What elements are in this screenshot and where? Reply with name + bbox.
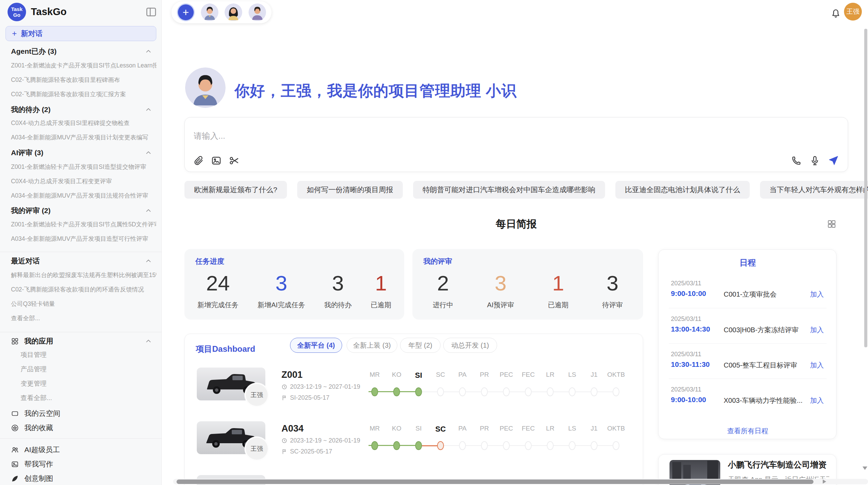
recent-chat-item[interactable]: 解释最新出台的欧盟报废车法规再生塑料比例被调至15%... xyxy=(11,271,156,279)
chat-input-box xyxy=(184,117,848,172)
milestone-dot-done xyxy=(415,387,422,396)
milestone-label: FEC xyxy=(517,371,539,380)
milestone-label: MR xyxy=(364,371,386,380)
stat-new-done: 24新增完成任务 xyxy=(197,271,239,310)
milestone-label: SI xyxy=(408,425,430,434)
apps-view-all[interactable]: 查看全部... xyxy=(21,394,156,402)
join-meeting-link[interactable]: 加入 xyxy=(810,290,824,299)
recent-chat-item[interactable]: C02-飞腾新能源轻客改款项目的闭环通告反馈情况 xyxy=(11,285,156,294)
filter-chip[interactable]: 动总开发 (1) xyxy=(443,338,497,353)
milestone-label: LR xyxy=(539,425,561,434)
sidebar-item-write-helper[interactable]: 帮我写作 xyxy=(11,459,156,469)
quill-pen-icon xyxy=(11,475,19,483)
chat-input[interactable] xyxy=(194,131,674,141)
milestone-dot xyxy=(459,387,466,396)
sidebar-task-item[interactable]: C0X4-动力总成开发项目SI里程碑提交物检查 xyxy=(11,119,156,127)
filter-chip[interactable]: 年型 (2) xyxy=(400,338,441,353)
user-avatar[interactable]: 王强 xyxy=(844,3,862,21)
sidebar-task-item[interactable]: Z001-全新燃油轻卡产品开发项目SI造型提交物评审 xyxy=(11,162,156,171)
sidebar-task-item[interactable]: C0X4-动力总成开发项目工程变更评审 xyxy=(11,177,156,186)
suggestion-chip[interactable]: 欧洲新规最近颁布了什么? xyxy=(184,181,287,199)
agent-avatar[interactable] xyxy=(201,3,218,21)
sidebar-task-item[interactable]: A034-全新新能源MUV产品开发项目计划变更表编写 xyxy=(11,133,156,142)
sidebar-item-creative-drawing[interactable]: 创意制图 xyxy=(11,473,156,484)
vertical-scrollbar[interactable] xyxy=(863,0,868,485)
write-icon xyxy=(11,460,19,468)
app-item-product-mgmt[interactable]: 产品管理 xyxy=(21,365,156,374)
card-title: 任务进度 xyxy=(195,257,224,266)
join-meeting-link[interactable]: 加入 xyxy=(810,396,824,405)
suggestion-chip[interactable]: 如何写一份清晰的项目周报 xyxy=(297,181,403,199)
join-meeting-link[interactable]: 加入 xyxy=(810,325,824,335)
project-row[interactable]: 王强 A034 2023-12-19 ~ 2026-01-19 SC-2025-… xyxy=(185,416,643,469)
chevron-up-icon[interactable] xyxy=(145,257,152,265)
suggestion-chip[interactable]: 比亚迪全固态电池计划具体说了什么 xyxy=(615,181,750,199)
project-row[interactable]: 王强 Z001 2023-12-19 ~ 2027-01-19 SI-2025-… xyxy=(185,363,643,415)
sidebar-task-item[interactable]: C02-飞腾新能源轻客改款项目里程碑画布 xyxy=(11,75,156,84)
project-owner-badge: 王强 xyxy=(246,438,268,460)
schedule-event-name: C001-立项审批会 xyxy=(724,290,776,299)
screenshot-scissors-icon[interactable] xyxy=(229,155,240,166)
recent-chat-item[interactable]: 公司Q3轻卡销量 xyxy=(11,299,156,308)
vertical-scrollbar-thumb[interactable] xyxy=(864,29,867,347)
filter-chip[interactable]: 全新上装 (3) xyxy=(347,338,397,353)
horizontal-scrollbar[interactable] xyxy=(173,479,868,484)
milestone-dot-done xyxy=(393,441,400,450)
milestone-dot-done xyxy=(393,387,400,396)
view-all-schedule-link[interactable]: 查看所有日程 xyxy=(659,426,837,436)
suggestion-chip[interactable]: 当下年轻人对汽车外观有怎样的喜好趋势 xyxy=(760,181,868,199)
new-chat-button[interactable]: + 新对话 xyxy=(5,26,156,41)
app-logo: TaskGo xyxy=(8,3,26,21)
add-session-button[interactable]: + xyxy=(177,3,195,21)
chevron-up-icon[interactable] xyxy=(145,149,152,157)
sidebar-task-item[interactable]: A034-全新新能源MUV产品开发项目造型可行性评审 xyxy=(11,234,156,243)
sidebar-task-item[interactable]: Z001-全新燃油皮卡产品开发项目SI节点Lesson Learn报告 xyxy=(11,61,156,70)
chevron-up-icon[interactable] xyxy=(145,207,152,214)
agent-avatar[interactable] xyxy=(225,3,242,21)
milestone-label: LS xyxy=(561,371,583,380)
divider xyxy=(669,343,827,344)
project-milestone-flag: SI-2025-05-17 xyxy=(281,394,329,401)
sidebar-item-cloud-space[interactable]: 我的云空间 xyxy=(11,408,156,419)
chevron-up-icon[interactable] xyxy=(145,48,152,55)
project-code: A034 xyxy=(281,423,304,434)
recent-view-all[interactable]: 查看全部... xyxy=(11,314,156,323)
app-item-change-mgmt[interactable]: 变更管理 xyxy=(21,379,156,388)
news-title: 小鹏飞行汽车制造公司增资 xyxy=(728,459,831,470)
section-my-todo: 我的待办 (2) xyxy=(11,105,152,114)
voice-call-icon[interactable] xyxy=(791,155,802,166)
agent-avatar[interactable] xyxy=(249,3,266,21)
send-icon[interactable] xyxy=(828,155,839,166)
suggestion-chips: 欧洲新规最近颁布了什么? 如何写一份清晰的项目周报 特朗普可能对进口汽车增税会对… xyxy=(184,181,868,199)
stat-ai-prereview: 3AI预评审 xyxy=(487,271,514,310)
microphone-icon[interactable] xyxy=(809,155,820,166)
sidebar-task-item[interactable]: Z001-全新燃油轻卡产品开发项目SI节点属性5D文件评审 xyxy=(11,220,156,229)
app-item-project-mgmt[interactable]: 项目管理 xyxy=(21,350,156,359)
stat-overdue: 1已逾期 xyxy=(371,271,391,310)
suggestion-chip[interactable]: 特朗普可能对进口汽车增税会对中国车企造成哪些影响 xyxy=(413,181,605,199)
stat-my-todo: 3我的待办 xyxy=(324,271,352,310)
schedule-time: 13:00-14:30 xyxy=(671,325,710,333)
layout-grid-icon[interactable] xyxy=(827,219,836,229)
horizontal-scrollbar-thumb[interactable] xyxy=(177,480,813,484)
sidebar-item-favorites[interactable]: 我的收藏 xyxy=(11,423,156,433)
sidebar-task-item[interactable]: A034-全新新能源MUV产品开发项目法规符合性评审 xyxy=(11,191,156,200)
scroll-right-arrow[interactable] xyxy=(823,480,826,484)
collapse-sidebar-icon[interactable] xyxy=(145,6,157,18)
chevron-up-icon[interactable] xyxy=(145,337,152,345)
chevron-up-icon[interactable] xyxy=(145,106,152,113)
join-meeting-link[interactable]: 加入 xyxy=(810,361,824,370)
milestone-track: MR KO SI SC PA PR PEC FEC LR LS J1 OKTB xyxy=(364,416,631,469)
sidebar-item-my-apps[interactable]: 我的应用 xyxy=(11,336,152,346)
app-title: TaskGo xyxy=(31,6,67,17)
attachment-paperclip-icon[interactable] xyxy=(193,155,204,166)
sidebar-task-item[interactable]: C02-飞腾新能源轻客改款项目立项汇报方案 xyxy=(11,90,156,99)
filter-chip[interactable]: 全新平台 (4) xyxy=(290,338,342,353)
notification-bell-icon[interactable] xyxy=(830,8,841,19)
milestone-dot xyxy=(613,441,619,450)
image-upload-icon[interactable] xyxy=(211,155,222,166)
milestone-dot-done xyxy=(371,387,378,396)
scroll-down-arrow[interactable] xyxy=(863,467,867,470)
section-recent-chats: 最近对话 xyxy=(11,256,152,266)
sidebar-item-ai-staff[interactable]: AI超级员工 xyxy=(11,445,156,455)
